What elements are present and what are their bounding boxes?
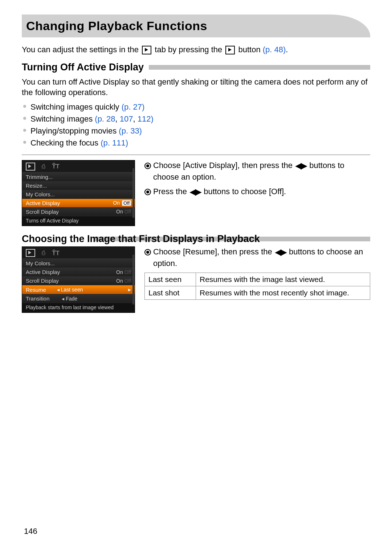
table-row: Last seen Resumes with the image last vi…	[145, 273, 370, 286]
resume-options-table: Last seen Resumes with the image last vi…	[144, 273, 370, 300]
option-name: Last shot	[145, 286, 196, 300]
playback-tab-icon	[142, 46, 151, 54]
instruction-step: Choose [Active Display], then press the …	[144, 160, 370, 183]
page-ref-link[interactable]: 112)	[138, 114, 154, 123]
playback-tab-icon	[26, 249, 35, 257]
instruction-list: Choose [Resume], then press the ◀▶ butto…	[144, 246, 370, 269]
intro-text-post: button	[238, 45, 262, 54]
menu-row: My Colors...	[22, 259, 135, 268]
operations-bullet-list: Switching images quickly (p. 27) Switchi…	[22, 101, 370, 149]
chapter-title: Changing Playback Functions	[26, 19, 207, 33]
heading-decorative-bar	[149, 65, 370, 70]
menu-row: Transition ◂ Fade	[22, 294, 135, 303]
table-row: Last shot Resumes with the most recently…	[145, 286, 370, 300]
page-ref-link[interactable]: (p. 28	[95, 114, 115, 123]
left-right-arrows-icon: ◀▶	[190, 187, 201, 198]
menu-row: Active Display On Off	[22, 268, 135, 277]
menu-row: Resize...	[22, 181, 135, 190]
menu-row: Trimming...	[22, 173, 135, 181]
tools-tab-icon: ϔΤ	[52, 250, 60, 257]
page-ref-link[interactable]: (p. 48)	[263, 45, 286, 54]
intro-paragraph: You can adjust the settings in the tab b…	[22, 45, 370, 55]
section-heading-row: Turning Off Active Display	[22, 62, 370, 73]
playback-button-icon	[225, 46, 235, 54]
intro-text-pre: You can adjust the settings in the	[22, 45, 141, 54]
playback-tab-icon	[26, 163, 35, 171]
instruction-step: Choose [Resume], then press the ◀▶ butto…	[144, 246, 370, 269]
menu-footer-text: Turns off Active Display	[22, 216, 135, 226]
left-right-arrows-icon: ◀▶	[275, 247, 286, 258]
menu-row: Scroll Display On Off	[22, 208, 135, 216]
menu-footer-text: Playback starts from last image viewed	[22, 303, 135, 312]
menu-row-selected: Resume ◂ Last seen ▸	[22, 285, 135, 294]
chapter-title-bar: Changing Playback Functions	[22, 15, 370, 37]
page-ref-link[interactable]: (p. 111)	[101, 138, 128, 147]
instruction-step: Press the ◀▶ buttons to choose [Off].	[144, 186, 370, 198]
list-item: Playing/stopping movies (p. 33)	[22, 125, 370, 137]
camera-menu-screenshot: ⎙ ϔΤ My Colors... Active Display On Off …	[22, 246, 135, 313]
page-ref-link[interactable]: 107	[120, 114, 133, 123]
camera-menu-tabs: ⎙ ϔΤ	[22, 247, 135, 259]
menu-row: My Colors...	[22, 190, 135, 199]
section1-heading: Turning Off Active Display	[22, 62, 144, 73]
page-ref-link[interactable]: (p. 33)	[119, 126, 142, 135]
print-tab-icon: ⎙	[42, 250, 45, 256]
menu-row-selected: Active Display On Off	[22, 199, 135, 208]
page-ref-link[interactable]: (p. 27)	[122, 102, 145, 111]
menu-row: Scroll Display On Off	[22, 277, 135, 285]
print-tab-icon: ⎙	[42, 163, 45, 170]
camera-menu-screenshot: ⎙ ϔΤ Trimming... Resize... My Colors... …	[22, 160, 135, 226]
list-item: Checking the focus (p. 111)	[22, 137, 370, 149]
instruction-list: Choose [Active Display], then press the …	[144, 160, 370, 198]
tools-tab-icon: ϔΤ	[52, 163, 60, 170]
section1-paragraph: You can turn off Active Display so that …	[22, 77, 370, 98]
intro-text-mid: tab by pressing the	[155, 45, 224, 54]
option-desc: Resumes with the most recently shot imag…	[196, 286, 370, 300]
left-right-arrows-icon: ◀▶	[295, 160, 306, 172]
option-desc: Resumes with the image last viewed.	[196, 273, 370, 286]
page-number: 146	[24, 527, 37, 536]
separator	[22, 155, 370, 155]
camera-menu-tabs: ⎙ ϔΤ	[22, 160, 135, 173]
menu-scrollbar	[132, 168, 134, 218]
menu-scrollbar	[132, 255, 134, 304]
list-item: Switching images quickly (p. 27)	[22, 101, 370, 113]
list-item: Switching images (p. 28, 107, 112)	[22, 113, 370, 125]
option-name: Last seen	[145, 273, 196, 286]
section2-heading: Choosing the Image that First Displays i…	[22, 233, 260, 245]
